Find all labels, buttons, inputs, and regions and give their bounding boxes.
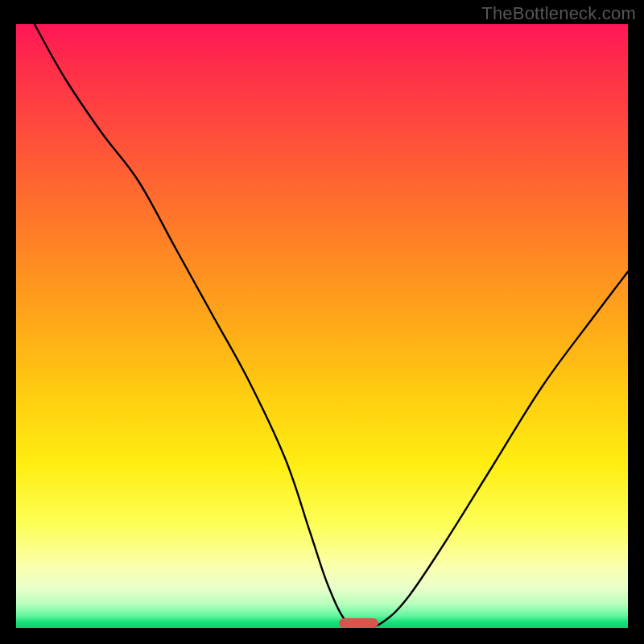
optimal-marker: [339, 618, 378, 628]
plot-area: [16, 24, 628, 628]
curve-overlay: [16, 24, 628, 628]
bottleneck-curve: [35, 24, 628, 628]
chart-frame: TheBottleneck.com: [0, 0, 644, 644]
watermark-text: TheBottleneck.com: [481, 3, 636, 24]
